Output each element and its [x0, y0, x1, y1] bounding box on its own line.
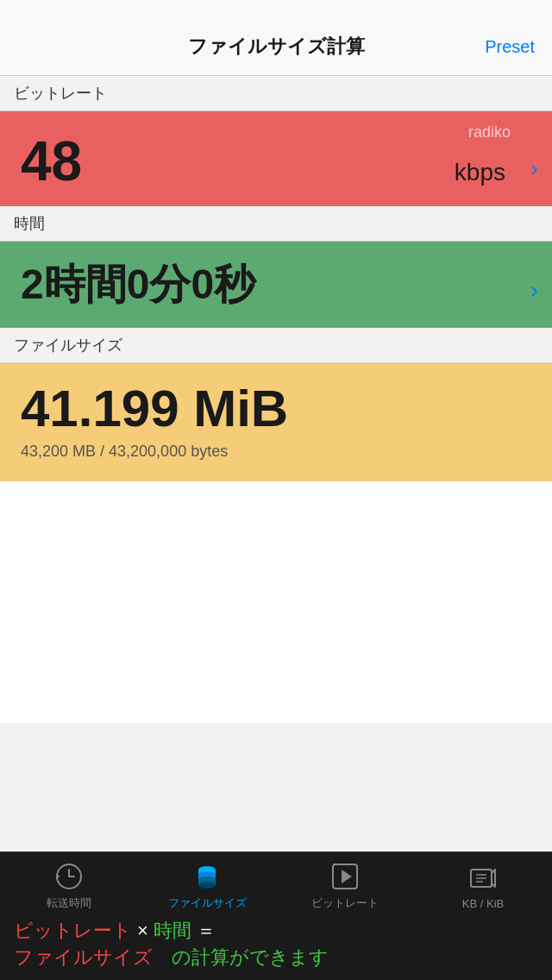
filesize-sub: 43,200 MB / 43,200,000 bytes [21, 443, 531, 461]
bitrate-row: 48 kbps [21, 134, 531, 189]
formula-bitrate: ビットレート [14, 920, 132, 941]
formula-suffix: の計算ができます [153, 946, 329, 968]
tab-filesize[interactable]: ファイルサイズ [164, 861, 250, 911]
tab-kbkib[interactable]: KB / KiB [440, 863, 526, 910]
bitrate-preset-hint: radiko [468, 123, 511, 141]
tab-row: 転送時間 ファイルサイズ ビットレート [0, 852, 552, 914]
filesize-value: 41.199 MiB [21, 380, 531, 437]
bitrate-icon [329, 861, 361, 892]
time-panel[interactable]: 2時間0分0秒 › [0, 242, 552, 328]
bitrate-panel[interactable]: radiko 48 kbps › [0, 111, 552, 206]
tab-filesize-label: ファイルサイズ [168, 895, 247, 911]
formula-filesize: ファイルサイズ [14, 946, 153, 968]
tab-transfer[interactable]: 転送時間 [26, 861, 112, 911]
tab-bitrate-label: ビットレート [311, 895, 379, 911]
bitrate-section-label: ビットレート [0, 76, 552, 111]
formula-equals: ＝ [191, 920, 216, 941]
header: ファイルサイズ計算 Preset [0, 0, 552, 76]
time-value: 2時間0分0秒 [21, 264, 255, 305]
formula-line1: ビットレート × 時間 ＝ [14, 918, 538, 945]
transfer-time-icon [53, 861, 85, 892]
kbkib-icon [467, 863, 499, 894]
tab-bitrate[interactable]: ビットレート [302, 861, 388, 911]
tab-kbkib-label: KB / KiB [462, 897, 504, 910]
bitrate-unit: kbps [455, 159, 505, 186]
time-section-label: 時間 [0, 206, 552, 242]
bitrate-value: 48 [21, 134, 82, 189]
formula-line2: ファイルサイズ の計算ができます [14, 945, 538, 971]
formula-time: 時間 [154, 920, 191, 941]
preset-button[interactable]: Preset [485, 36, 535, 56]
filesize-icon [191, 861, 223, 892]
filesize-section-label: ファイルサイズ [0, 328, 552, 363]
page-title: ファイルサイズ計算 [188, 34, 365, 60]
empty-area [0, 481, 552, 723]
formula-times: × [132, 920, 154, 941]
bitrate-chevron-icon: › [530, 155, 538, 182]
tab-bar: 転送時間 ファイルサイズ ビットレート [0, 851, 552, 980]
tab-transfer-label: 転送時間 [47, 895, 91, 911]
filesize-panel: 41.199 MiB 43,200 MB / 43,200,000 bytes [0, 363, 552, 481]
time-chevron-icon: › [530, 277, 538, 304]
svg-marker-13 [342, 870, 352, 883]
svg-point-11 [198, 882, 216, 889]
formula: ビットレート × 時間 ＝ ファイルサイズ の計算ができます [0, 914, 552, 980]
